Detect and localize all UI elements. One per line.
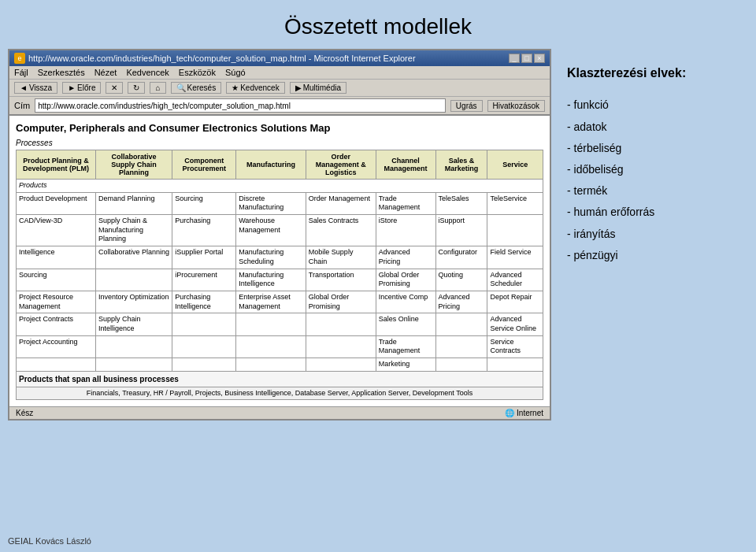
solutions-table: Product Planning & Development (PLM) Col… — [16, 150, 543, 400]
menu-edit[interactable]: Szerkesztés — [38, 68, 85, 77]
list-item: - humán erőforrás — [567, 202, 740, 223]
table-row: CAD/View-3D Supply Chain & Manufacturing… — [17, 215, 543, 246]
th-manufacturing: Manufacturing — [236, 150, 306, 180]
home-button[interactable]: ⌂ — [150, 82, 165, 94]
menu-tools[interactable]: Eszközök — [179, 68, 216, 77]
products-row: Products — [17, 180, 543, 193]
minimize-button[interactable]: _ — [509, 54, 520, 63]
browser-content: Computer, Peripherals and Consumer Elect… — [9, 116, 550, 406]
go-button[interactable]: Ugrás — [450, 100, 483, 112]
menu-help[interactable]: Súgó — [225, 68, 246, 77]
menu-file[interactable]: Fájl — [14, 68, 28, 77]
table-row: Project Resource Management Inventory Op… — [17, 291, 543, 313]
content-title: Computer, Peripherals and Consumer Elect… — [16, 122, 543, 134]
status-zone: 🌐 Internet — [505, 409, 543, 417]
cluster-title: Klaszterezési elvek: — [567, 65, 740, 82]
bottom-row: Financials, Treasury, HR / Payroll, Proj… — [17, 387, 543, 400]
refresh-button[interactable]: ↻ — [128, 82, 145, 94]
th-product-planning: Product Planning & Development (PLM) — [17, 150, 96, 180]
list-item: - adatok — [567, 117, 740, 138]
th-service: Service — [487, 150, 543, 180]
table-row: Marketing — [17, 358, 543, 372]
browser-toolbar: ◄ Vissza ► Előre ✕ ↻ ⌂ 🔍 Keresés ★ Kedve… — [9, 80, 550, 97]
internet-icon: 🌐 — [505, 409, 514, 417]
th-sales-marketing: Sales & Marketing — [435, 150, 487, 180]
status-ready: Kész — [16, 409, 33, 417]
list-item: - pénzügyi — [567, 245, 740, 266]
list-item: - termék — [567, 180, 740, 202]
list-item: - irányítás — [567, 224, 740, 245]
processes-label: Processes — [16, 139, 543, 147]
search-button[interactable]: 🔍 Keresés — [171, 82, 222, 94]
th-order-management: Order Management & Logistics — [306, 150, 376, 180]
th-channel-management: Channel Management — [376, 150, 435, 180]
table-row: Project Accounting Trade Management Serv… — [17, 335, 543, 358]
list-item: - időbeliség — [567, 159, 740, 180]
menu-bar: Fájl Szerkesztés Nézet Kedvencek Eszközö… — [9, 66, 550, 80]
right-panel: Klaszterezési elvek: - funkció - adatok … — [551, 49, 748, 420]
browser-title: http://www.oracle.com/industries/high_te… — [28, 54, 416, 63]
footer-text: GEIAL Kovács László — [8, 536, 91, 546]
browser-titlebar: e http://www.oracle.com/industries/high_… — [9, 50, 550, 66]
table-row: Intelligence Collaborative Planning iSup… — [17, 246, 543, 269]
address-bar: Cím Ugrás Hivatkozások — [9, 97, 550, 116]
forward-button[interactable]: ► Előre — [62, 82, 101, 94]
links-button[interactable]: Hivatkozások — [487, 100, 545, 112]
table-row: Sourcing iProcurement Manufacturing Inte… — [17, 269, 543, 291]
menu-favorites[interactable]: Kedvencek — [126, 68, 169, 77]
page-title: Összetett modellek — [0, 0, 756, 49]
span-row: Products that span all business processe… — [17, 371, 543, 387]
browser-window: e http://www.oracle.com/industries/high_… — [8, 49, 551, 420]
back-button[interactable]: ◄ Vissza — [14, 82, 57, 94]
th-supply-chain: Collaborative Supply Chain Planning — [95, 150, 172, 180]
address-label: Cím — [14, 101, 30, 110]
address-input[interactable] — [35, 98, 446, 113]
browser-statusbar: Kész 🌐 Internet — [9, 406, 550, 419]
favorites-button[interactable]: ★ Kedvencek — [226, 82, 284, 94]
cluster-list: - funkció - adatok - térbeliség - időbel… — [567, 94, 740, 266]
close-button[interactable]: × — [534, 54, 545, 63]
maximize-button[interactable]: □ — [521, 54, 532, 63]
menu-view[interactable]: Nézet — [94, 68, 117, 77]
list-item: - térbeliség — [567, 138, 740, 159]
window-controls[interactable]: _ □ × — [509, 54, 545, 63]
stop-button[interactable]: ✕ — [106, 82, 123, 94]
table-row: Project Contracts Supply Chain Intellige… — [17, 313, 543, 335]
browser-icon: e — [14, 53, 25, 64]
list-item: - funkció — [567, 94, 740, 116]
th-component-procurement: Component Procurement — [172, 150, 236, 180]
table-row: Product Development Demand Planning Sour… — [17, 192, 543, 214]
zone-label: Internet — [517, 409, 543, 417]
media-button[interactable]: ▶ Multimédia — [290, 82, 346, 94]
